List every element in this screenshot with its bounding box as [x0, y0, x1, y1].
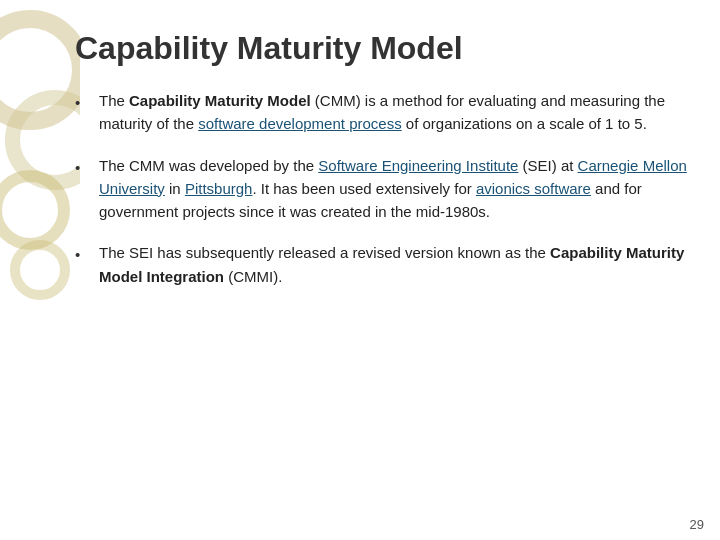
cmm-bold-1: Capability Maturity Model — [129, 92, 311, 109]
bullet-text-2: The CMM was developed by the Software En… — [99, 154, 700, 224]
slide-container: Capability Maturity Model • The Capabili… — [0, 0, 720, 540]
bullet-dot-1: • — [75, 91, 91, 114]
bullet-item-3: • The SEI has subsequently released a re… — [75, 241, 700, 288]
circle-3 — [0, 170, 70, 250]
avionics-software-link[interactable]: avionics software — [476, 180, 591, 197]
bullet-text-1: The Capability Maturity Model (CMM) is a… — [99, 89, 700, 136]
bullet-dot-2: • — [75, 156, 91, 179]
page-number: 29 — [690, 517, 704, 532]
bullet-dot-3: • — [75, 243, 91, 266]
pittsburgh-link[interactable]: Pittsburgh — [185, 180, 253, 197]
software-dev-process-link[interactable]: software development process — [198, 115, 401, 132]
slide-title: Capability Maturity Model — [75, 30, 700, 67]
circle-4 — [10, 240, 70, 300]
bullet-item-1: • The Capability Maturity Model (CMM) is… — [75, 89, 700, 136]
bullet-text-3: The SEI has subsequently released a revi… — [99, 241, 700, 288]
slide-content: Capability Maturity Model • The Capabili… — [75, 20, 700, 510]
bullet-list: • The Capability Maturity Model (CMM) is… — [75, 89, 700, 288]
decorative-circles — [0, 0, 80, 540]
bullet-item-2: • The CMM was developed by the Software … — [75, 154, 700, 224]
cmmi-bold: Capability Maturity Model Integration — [99, 244, 684, 284]
sei-link[interactable]: Software Engineering Institute — [318, 157, 518, 174]
